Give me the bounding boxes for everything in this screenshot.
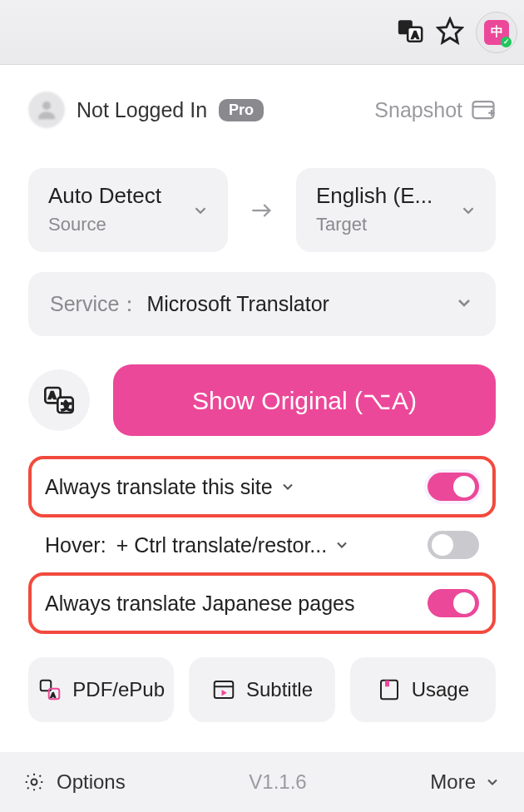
service-selector[interactable]: Service： Microsoft Translator xyxy=(28,272,496,336)
gear-icon[interactable] xyxy=(23,771,45,793)
svg-marker-4 xyxy=(438,18,462,42)
always-translate-lang-toggle[interactable] xyxy=(428,589,479,617)
subtitle-button[interactable]: Subtitle xyxy=(189,657,334,722)
chevron-down-icon[interactable] xyxy=(279,478,296,495)
translate-icon: A 文 xyxy=(42,384,76,417)
svg-text:A: A xyxy=(52,691,56,699)
options-button[interactable]: Options xyxy=(57,770,126,794)
chevron-down-icon xyxy=(454,293,474,316)
service-label: Service： xyxy=(50,290,140,318)
subtitle-icon xyxy=(211,677,236,702)
source-lang-selector[interactable]: Auto Detect Source xyxy=(28,168,228,252)
pro-badge: Pro xyxy=(219,99,264,121)
chevron-down-icon[interactable] xyxy=(334,537,350,553)
svg-rect-18 xyxy=(215,681,234,698)
target-lang-selector[interactable]: English (E... Target xyxy=(296,168,496,252)
svg-rect-6 xyxy=(473,102,494,118)
svg-text:文: 文 xyxy=(62,400,72,411)
hover-translate-row: Hover: + Ctrl translate/restor... xyxy=(28,517,496,572)
svg-point-23 xyxy=(32,780,37,785)
hover-translate-toggle[interactable] xyxy=(428,531,479,559)
usage-button[interactable]: Usage xyxy=(350,657,496,722)
svg-marker-20 xyxy=(221,690,226,696)
svg-text:A: A xyxy=(412,29,418,39)
hover-value[interactable]: + Ctrl translate/restor... xyxy=(116,533,328,557)
login-status-label[interactable]: Not Logged In xyxy=(77,98,207,122)
always-translate-lang-label: Always translate Japanese pages xyxy=(45,592,354,616)
snapshot-label: Snapshot xyxy=(374,98,462,122)
chevron-down-icon xyxy=(459,201,477,223)
always-translate-lang-row: Always translate Japanese pages xyxy=(28,572,496,634)
subtitle-label: Subtitle xyxy=(246,678,313,701)
usage-icon xyxy=(377,677,402,702)
source-lang-title: Auto Detect xyxy=(48,183,161,209)
always-translate-site-row: Always translate this site xyxy=(28,456,496,517)
snapshot-icon xyxy=(471,98,496,121)
target-lang-sub: Target xyxy=(316,214,433,235)
browser-toolbar: 文 A 中 ✓ xyxy=(0,0,524,65)
svg-rect-22 xyxy=(385,681,389,687)
version-label: V1.1.6 xyxy=(137,770,419,794)
user-avatar[interactable] xyxy=(28,92,65,128)
footer-bar: Options V1.1.6 More xyxy=(0,752,524,812)
translate-mode-icon-button[interactable]: A 文 xyxy=(28,369,90,431)
always-translate-site-toggle[interactable] xyxy=(428,473,479,501)
pdf-epub-label: PDF/ePub xyxy=(72,678,165,701)
swap-arrow-icon xyxy=(243,168,281,252)
show-original-button[interactable]: Show Original (⌥A) xyxy=(113,364,496,436)
target-lang-title: English (E... xyxy=(316,183,433,209)
chevron-down-icon xyxy=(484,774,501,790)
more-button[interactable]: More xyxy=(430,770,501,794)
svg-text:A: A xyxy=(49,389,57,400)
pdf-epub-button[interactable]: A PDF/ePub xyxy=(28,657,174,722)
service-value: Microsoft Translator xyxy=(146,292,447,316)
pdf-icon: A xyxy=(37,677,62,702)
snapshot-button[interactable]: Snapshot xyxy=(374,98,496,122)
source-lang-sub: Source xyxy=(48,214,161,235)
svg-point-5 xyxy=(42,102,51,110)
usage-label: Usage xyxy=(412,678,469,701)
bookmark-star-icon[interactable] xyxy=(436,17,464,48)
hover-label: Hover: xyxy=(45,533,106,557)
extension-icon[interactable]: 中 ✓ xyxy=(476,12,517,53)
chevron-down-icon xyxy=(191,201,210,223)
translate-page-icon[interactable]: 文 A xyxy=(396,17,424,48)
more-label: More xyxy=(430,770,476,794)
always-translate-site-label[interactable]: Always translate this site xyxy=(45,475,273,499)
